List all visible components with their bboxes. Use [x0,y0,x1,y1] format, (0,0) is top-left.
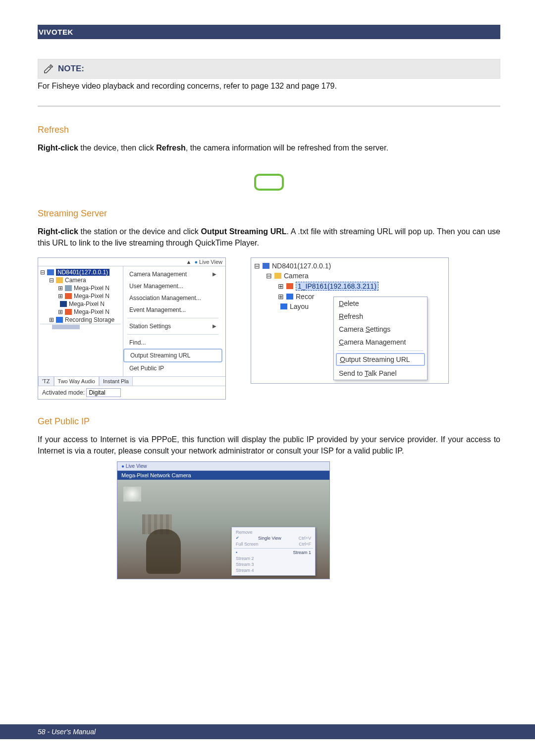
ctx-stream-3[interactable]: Stream 3 [234,561,313,567]
streaming-heading: Streaming Server [38,208,500,219]
highlight-rectangle [254,174,284,191]
menu-camera-management[interactable]: Camera Management▶ [123,268,222,280]
live-video[interactable]: Remove Single ViewCtrl+V Full ScreenCtrl… [117,480,329,579]
ctx-stream-4[interactable]: Stream 4 [234,567,313,573]
tree-cam-1[interactable]: Mega-Pixel N [74,293,109,300]
live-view-window: Live View Mega-Pixel Network Camera Remo… [117,461,330,579]
page-footer: 58 - User's Manual [0,724,535,739]
ctx-full-screen[interactable]: Full ScreenCtrl+F [234,541,313,547]
publicip-paragraph: If your access to Internet is via PPPoE,… [38,434,500,456]
ctx-stream-1[interactable]: Stream 1 [234,550,313,555]
rtree-layou[interactable]: Layou [290,302,309,310]
station-context-menu: Camera Management▶ User Management... As… [123,266,222,376]
window-toolbar: ▲ Live View [38,258,225,266]
cmenu-camera-settings[interactable]: Camera Settings [334,323,427,336]
brand-text: VIVOTEK [39,28,73,36]
refresh-heading: Refresh [38,125,500,135]
ctx-remove[interactable]: Remove [234,529,313,535]
cmenu-delete[interactable]: Delete [334,297,427,310]
pencil-icon [43,63,54,74]
streaming-paragraph: Right-click the station or the device an… [38,226,500,249]
live-title: Mega-Pixel Network Camera [117,471,329,480]
rtree-selected-camera[interactable]: 1_IP8161(192.168.3.211) [296,282,378,291]
cmenu-output-streaming-url[interactable]: Output Streaming URL [336,353,425,366]
video-person [146,529,181,574]
menu-output-streaming-url[interactable]: Output Streaming URL [123,349,222,362]
note-title: NOTE: [58,64,84,74]
refresh-bold2: Refresh [156,144,186,152]
tree-cam-2[interactable]: Mega-Pixel N [69,301,105,307]
mode-input[interactable] [86,388,121,397]
tree-cam-3[interactable]: Mega-Pixel N [74,308,109,315]
footer-text: 58 - User's Manual [38,728,96,736]
menu-get-public-ip[interactable]: Get Public IP [123,362,222,374]
tree-storage[interactable]: Recording Storage [65,316,114,323]
tab-instant-play[interactable]: Instant Pla [99,376,133,386]
streaming-bold1: Right-click [38,227,78,236]
streaming-bold2: Output Streaming URL [201,227,287,236]
refresh-mid: the device, then click [78,144,156,152]
section-divider [38,105,500,107]
rtree-camera-folder[interactable]: Camera [284,272,309,280]
rtree-recor[interactable]: Recor [296,293,314,301]
ctx-stream-2[interactable]: Stream 2 [234,555,313,561]
menu-separator [127,334,218,335]
tab-two-way-audio[interactable]: Two Way Audio [54,376,99,386]
menu-event-management[interactable]: Event Management... [123,304,222,316]
station-window: ▲ Live View ⊟ND8401(127.0.0.1) ⊟Camera ⊞… [38,257,226,400]
tree-scrollbar[interactable] [40,324,121,330]
refresh-bold1: Right-click [38,144,78,152]
mode-label: Activated mode: [42,389,85,396]
scroll-up-icon[interactable]: ▲ [186,259,192,265]
live-view-tab[interactable]: Live View [194,259,222,265]
tree-cam-0[interactable]: Mega-Pixel N [74,285,109,292]
video-light [123,487,141,502]
tree-root[interactable]: ND8401(127.0.0.1) [56,269,109,276]
streaming-mid: the station or the device and click [78,227,201,236]
menu-separator [338,351,423,351]
camera-window: ⊟ND8401(127.0.0.1) ⊟Camera ⊞1_IP8161(192… [251,257,449,384]
bottom-tabs: 'TZ Two Way Audio Instant Pla [38,376,225,386]
tree-camera-folder[interactable]: Camera [65,277,86,284]
video-context-menu: Remove Single ViewCtrl+V Full ScreenCtrl… [231,527,316,576]
ctx-single-view[interactable]: Single ViewCtrl+V [234,535,313,541]
device-tree[interactable]: ⊟ND8401(127.0.0.1) ⊟Camera ⊞Mega-Pixel N… [38,266,123,376]
mode-row: Activated mode: [38,386,225,399]
publicip-heading: Get Public IP [38,416,500,427]
ctx-sep [234,548,313,549]
menu-find[interactable]: Find... [123,337,222,349]
menu-station-settings[interactable]: Station Settings▶ [123,320,222,332]
note-text: For Fisheye video playback and recording… [38,81,500,92]
refresh-paragraph: Right-click the device, then click Refre… [38,142,500,153]
menu-separator [127,318,218,318]
camera-context-menu: Delete Refresh Camera Settings Camera Ma… [333,297,428,380]
page-header: VIVOTEK [38,25,500,39]
rtree-root[interactable]: ND8401(127.0.0.1) [272,262,331,270]
menu-user-management[interactable]: User Management... [123,280,222,292]
refresh-suffix: , the camera information will be refresh… [186,144,388,152]
live-tab[interactable]: Live View [117,462,329,471]
tab-ptz[interactable]: 'TZ [38,376,54,386]
menu-association-management[interactable]: Association Management... [123,292,222,304]
cmenu-send-to-talk-panel[interactable]: Send to Talk Panel [334,367,427,380]
cmenu-camera-management[interactable]: Camera Management [334,336,427,349]
note-callout: NOTE: [38,59,500,79]
cmenu-refresh[interactable]: Refresh [334,310,427,323]
